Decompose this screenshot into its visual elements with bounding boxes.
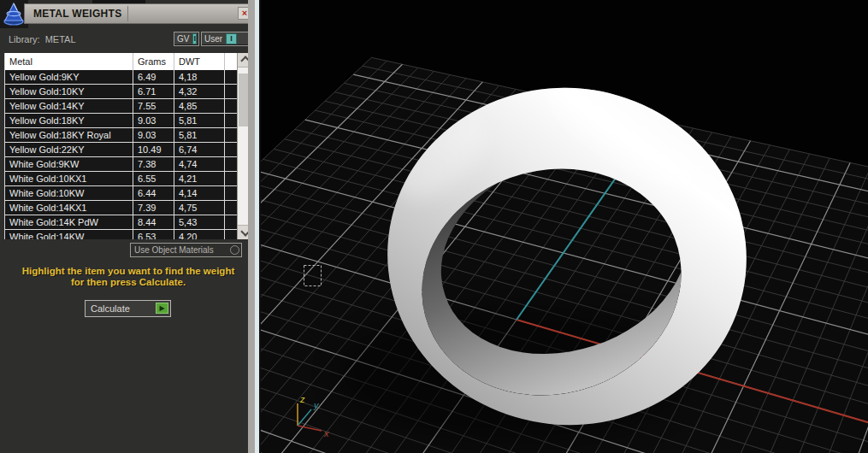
table-row[interactable]: White Gold:10KX16.554,21 xyxy=(5,172,238,186)
table-header: Metal Grams DWT xyxy=(5,53,237,70)
table-cell: 5,43 xyxy=(174,215,225,229)
table-cell: 6.49 xyxy=(133,70,174,84)
table-cell: 4,85 xyxy=(174,99,225,113)
table-cell: 10.49 xyxy=(133,143,174,156)
3d-viewport[interactable]: z y x xyxy=(261,0,868,453)
table-row[interactable]: Yellow Gold:14KY7.554,85 xyxy=(5,99,238,114)
table-row[interactable]: Yellow Gold:10KY6.714,32 xyxy=(5,85,238,99)
table-cell: Yellow Gold:14KY xyxy=(5,99,133,113)
table-cell xyxy=(225,128,238,142)
table-cell: White Gold:14KX1 xyxy=(5,201,133,215)
calculate-play-icon: ▶ xyxy=(156,303,168,314)
dropdown-circle-icon[interactable] xyxy=(230,245,239,255)
table-cell: 4,18 xyxy=(174,70,225,84)
table-cell: 8.44 xyxy=(133,215,174,229)
table-cell: 6.71 xyxy=(133,85,174,98)
table-cell: 4,75 xyxy=(174,201,225,215)
table-cell: 6.53 xyxy=(133,230,174,239)
table-row[interactable]: White Gold:9KW7.384,74 xyxy=(5,157,238,172)
table-cell: Yellow Gold:18KY Royal xyxy=(5,128,133,142)
column-header-metal: Metal xyxy=(5,53,133,70)
table-cell: 4,21 xyxy=(174,172,225,185)
table-cell: 4,14 xyxy=(174,186,225,200)
table-cell xyxy=(225,114,238,127)
table-cell: White Gold:10KW xyxy=(5,186,133,200)
table-cell: 6.55 xyxy=(133,172,174,185)
table-cell: 4,74 xyxy=(174,157,225,171)
table-row[interactable]: White Gold:14KX17.394,75 xyxy=(5,201,238,215)
table-cell: White Gold:14KW xyxy=(5,230,133,239)
table-cell: 5,81 xyxy=(174,128,225,142)
table-cell xyxy=(225,85,238,98)
table-row[interactable]: White Gold:14K PdW8.445,43 xyxy=(5,215,238,230)
table-cell: 5,81 xyxy=(174,114,225,127)
table-cell: White Gold:14K PdW xyxy=(5,215,133,229)
titlebar-divider xyxy=(127,6,128,21)
library-label: Library: xyxy=(9,34,40,44)
table-cell: 4,32 xyxy=(174,85,225,98)
table-row[interactable]: White Gold:14KW6.534,20 xyxy=(5,230,238,239)
table-cell: White Gold:9KW xyxy=(5,157,133,171)
table-row[interactable]: Yellow Gold:18KY Royal9.035,81 xyxy=(5,128,238,143)
column-header-blank xyxy=(225,53,237,70)
table-cell: 9.03 xyxy=(133,114,174,127)
table-row[interactable]: Yellow Gold:18KY9.035,81 xyxy=(5,114,238,128)
instruction-line-2: for then press Calculate. xyxy=(0,277,257,288)
table-cell xyxy=(225,201,238,215)
user-indicator-icon[interactable]: I xyxy=(226,33,237,44)
table-cell: White Gold:10KX1 xyxy=(5,172,133,185)
table-row[interactable]: Yellow Gold:22KY10.496,74 xyxy=(5,143,238,157)
table-cell: 4,20 xyxy=(174,230,225,239)
library-value: METAL xyxy=(45,34,76,44)
user-toggle-button[interactable]: User I xyxy=(201,32,251,46)
calculate-label: Calculate xyxy=(91,303,130,314)
gv-toggle-button[interactable]: GV I xyxy=(174,32,199,46)
panel-border-strip xyxy=(248,0,255,453)
use-object-materials-label: Use Object Materials xyxy=(134,245,214,255)
table-cell xyxy=(225,215,238,229)
table-cell: Yellow Gold:22KY xyxy=(5,143,133,156)
metal-weights-panel: METAL WEIGHTS × Library:METAL GV I User … xyxy=(0,0,261,453)
table-body: Yellow Gold:9KY6.494,18Yellow Gold:10KY6… xyxy=(5,70,238,239)
table-row[interactable]: Yellow Gold:9KY6.494,18 xyxy=(5,70,238,85)
gv-label: GV xyxy=(177,34,189,44)
table-cell: 6,74 xyxy=(174,143,225,156)
table-cell: Yellow Gold:10KY xyxy=(5,85,133,98)
table-cell: 7.39 xyxy=(133,201,174,215)
panel-title: METAL WEIGHTS xyxy=(33,8,121,20)
column-header-dwt: DWT xyxy=(174,53,225,70)
gizmo-x-label: x xyxy=(323,428,329,438)
gv-indicator-icon[interactable]: I xyxy=(192,33,197,44)
table-row[interactable]: White Gold:10KW6.444,14 xyxy=(5,186,238,201)
table-cell xyxy=(225,143,238,156)
calculate-button[interactable]: Calculate ▶ xyxy=(85,300,171,317)
use-object-materials-dropdown[interactable]: Use Object Materials xyxy=(130,243,242,257)
table-cell: 9.03 xyxy=(133,128,174,142)
user-label: User xyxy=(204,34,222,44)
metal-weights-table: Metal Grams DWT Yellow Gold:9KY6.494,18Y… xyxy=(4,53,253,239)
gizmo-z-label: z xyxy=(299,394,305,404)
table-cell: 7.55 xyxy=(133,99,174,113)
instruction-text: Highlight the item you want to find the … xyxy=(0,266,257,288)
library-row: Library:METAL xyxy=(9,34,76,44)
instruction-line-1: Highlight the item you want to find the … xyxy=(0,266,257,277)
table-cell: Yellow Gold:18KY xyxy=(5,114,133,127)
table-cell: Yellow Gold:9KY xyxy=(5,70,133,84)
table-cell xyxy=(225,172,238,185)
panel-titlebar[interactable]: METAL WEIGHTS × xyxy=(24,3,255,24)
table-cell xyxy=(225,157,238,171)
table-cell: 6.44 xyxy=(133,186,174,200)
column-header-grams: Grams xyxy=(133,53,174,70)
table-cell xyxy=(225,70,238,84)
table-cell xyxy=(225,99,238,113)
table-cell xyxy=(225,186,238,200)
table-cell xyxy=(225,230,238,239)
table-cell: 7.38 xyxy=(133,157,174,171)
